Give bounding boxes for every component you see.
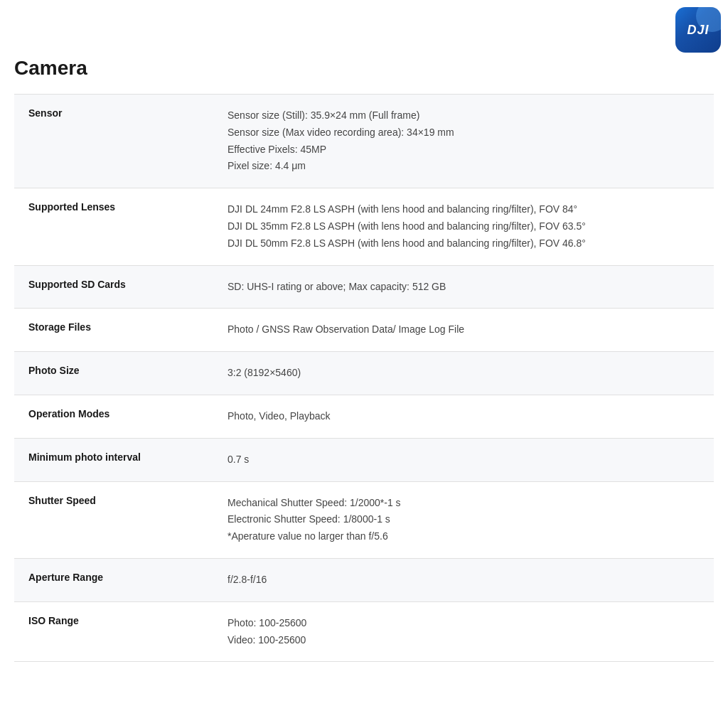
spec-label: Photo Size — [14, 352, 213, 395]
table-row: Supported LensesDJI DL 24mm F2.8 LS ASPH… — [14, 188, 714, 265]
table-row: SensorSensor size (Still): 35.9×24 mm (F… — [14, 95, 714, 188]
spec-value: 0.7 s — [213, 438, 714, 481]
spec-value: Sensor size (Still): 35.9×24 mm (Full fr… — [213, 95, 714, 188]
table-row: Supported SD CardsSD: UHS-I rating or ab… — [14, 265, 714, 309]
table-row: Aperture Rangef/2.8-f/16 — [14, 558, 714, 601]
table-row: Photo Size3:2 (8192×5460) — [14, 352, 714, 395]
spec-label: Sensor — [14, 95, 213, 188]
spec-value: Photo / GNSS Raw Observation Data/ Image… — [213, 309, 714, 352]
spec-label: Operation Modes — [14, 395, 213, 438]
table-row: Operation ModesPhoto, Video, Playback — [14, 395, 714, 438]
spec-value: Photo: 100-25600Video: 100-25600 — [213, 601, 714, 662]
dji-logo: DJI — [675, 7, 721, 53]
spec-value: DJI DL 24mm F2.8 LS ASPH (with lens hood… — [213, 188, 714, 265]
spec-value: f/2.8-f/16 — [213, 558, 714, 601]
spec-label: Shutter Speed — [14, 481, 213, 558]
logo-container: DJI — [675, 7, 721, 53]
spec-table: SensorSensor size (Still): 35.9×24 mm (F… — [14, 94, 714, 662]
dji-logo-text: DJI — [687, 23, 709, 38]
spec-label: Storage Files — [14, 309, 213, 352]
spec-value: Mechanical Shutter Speed: 1/2000*-1 sEle… — [213, 481, 714, 558]
spec-label: ISO Range — [14, 601, 213, 662]
spec-label: Supported SD Cards — [14, 265, 213, 309]
page-title: Camera — [14, 57, 714, 80]
table-row: Storage FilesPhoto / GNSS Raw Observatio… — [14, 309, 714, 352]
table-row: Shutter SpeedMechanical Shutter Speed: 1… — [14, 481, 714, 558]
table-row: ISO RangePhoto: 100-25600Video: 100-2560… — [14, 601, 714, 662]
spec-label: Aperture Range — [14, 558, 213, 601]
spec-label: Supported Lenses — [14, 188, 213, 265]
spec-label: Minimum photo interval — [14, 438, 213, 481]
spec-value: 3:2 (8192×5460) — [213, 352, 714, 395]
table-row: Minimum photo interval0.7 s — [14, 438, 714, 481]
spec-value: SD: UHS-I rating or above; Max capacity:… — [213, 265, 714, 309]
spec-value: Photo, Video, Playback — [213, 395, 714, 438]
